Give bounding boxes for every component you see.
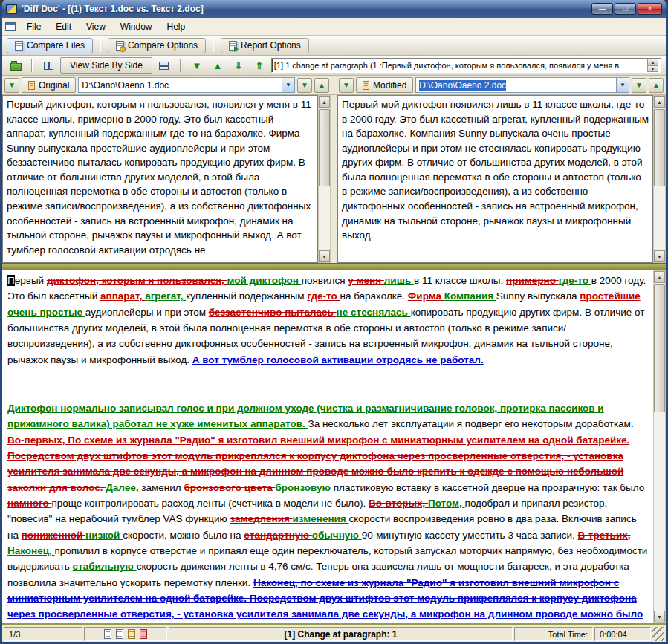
horizontal-splitter[interactable] xyxy=(2,263,666,270)
page-indicator: 1/3 xyxy=(4,627,82,641)
document-panes: Первый диктофон, которым я пользовался, … xyxy=(2,95,666,263)
modified-text: Первый мой диктофон появился лишь в 11 к… xyxy=(338,96,652,244)
diff-scrollbar[interactable]: ▲ ▼ xyxy=(653,270,666,623)
total-time-label: Total Time: xyxy=(514,627,593,641)
previous-change-button[interactable]: ▲ xyxy=(209,57,227,74)
tab-compare-options[interactable]: Compare Options xyxy=(108,38,206,53)
open-folder-icon xyxy=(10,63,22,71)
pane-headers: ▼ Original D:\Oaño\Oaeño 1.doc ▼ ▼ ▲ ▼ M… xyxy=(2,76,666,95)
maximize-button[interactable]: □ xyxy=(615,3,636,15)
combo-dropdown-icon[interactable]: ▼ xyxy=(282,78,294,92)
view-side-by-side-button[interactable]: View Side By Side xyxy=(60,57,152,74)
scrollbar-thumb[interactable] xyxy=(654,284,665,412)
diff-text: Первый диктофон, которым я пользовался, … xyxy=(2,270,653,623)
scrollbar-track[interactable] xyxy=(654,283,665,611)
close-button[interactable]: × xyxy=(638,3,662,15)
tab-compare-options-label: Compare Options xyxy=(128,40,198,51)
modified-doc-icon xyxy=(363,81,369,90)
toolbar-separator xyxy=(100,39,101,52)
scrollbar-thumb[interactable] xyxy=(654,109,665,186)
document-icon xyxy=(5,22,16,31)
menu-help[interactable]: Help xyxy=(160,19,192,34)
toolbar-separator xyxy=(31,59,33,72)
menu-bar: File Edit View Window Help xyxy=(2,18,666,36)
modified-scrollbar[interactable]: ▲ ▼ xyxy=(653,95,666,263)
scroll-down-button[interactable]: ▼ xyxy=(319,250,330,262)
report-options-icon xyxy=(229,41,237,51)
navigation-toolbar: View Side By Side ▼ ▲ ⇓ ⇑ [1] 1 change a… xyxy=(2,56,666,76)
scroll-up-button[interactable]: ▲ xyxy=(654,271,665,283)
original-path: D:\Oaño\Oaeño 1.doc xyxy=(79,80,282,91)
modified-prev-button[interactable]: ▼ xyxy=(632,78,646,93)
original-options-button[interactable]: ▼ xyxy=(4,78,19,93)
original-path-combo[interactable]: D:\Oaño\Oaeño 1.doc ▼ xyxy=(78,77,295,93)
original-button[interactable]: Original xyxy=(22,77,76,93)
scrollbar-track[interactable] xyxy=(319,108,330,250)
tab-compare-files[interactable]: Compare Files xyxy=(7,38,93,53)
change-readout-text: [1] 1 change at paragraph (1 :Первый дик… xyxy=(274,61,647,70)
first-change-button[interactable]: ⇑ xyxy=(250,57,268,74)
original-scrollbar[interactable]: ▲ ▼ xyxy=(318,95,331,263)
original-pane[interactable]: Первый диктофон, которым я пользовался, … xyxy=(2,95,318,263)
compare-options-icon xyxy=(116,41,124,51)
original-label: Original xyxy=(39,80,69,91)
last-change-button[interactable]: ⇓ xyxy=(230,57,247,74)
modified-pane[interactable]: Первый мой диктофон появился лишь в 11 к… xyxy=(337,95,653,263)
scrollbar-thumb[interactable] xyxy=(319,109,330,186)
modified-path-combo[interactable]: D:\Oaño\Oaeño 2.doc ▼ xyxy=(415,77,629,93)
original-doc-icon xyxy=(28,81,35,90)
toolbar-separator xyxy=(213,39,214,52)
toolbar-separator xyxy=(180,59,181,72)
total-time-value: 0:00:04 xyxy=(594,627,651,641)
tab-report-options[interactable]: Report Options xyxy=(221,38,309,53)
open-file-button[interactable] xyxy=(7,57,25,74)
menu-edit[interactable]: Edit xyxy=(49,19,78,34)
menu-file[interactable]: File xyxy=(20,19,48,34)
modified-button[interactable]: Modified xyxy=(356,77,413,93)
side-by-side-icon xyxy=(44,62,53,70)
original-text: Первый диктофон, которым я пользовался, … xyxy=(3,96,317,258)
scrollbar-track[interactable] xyxy=(654,108,665,250)
layout-horizontal-button[interactable] xyxy=(155,57,173,74)
menu-window[interactable]: Window xyxy=(114,19,159,34)
status-icons xyxy=(84,627,167,641)
spin-down-button[interactable]: ▼ xyxy=(647,65,658,72)
layout-vertical-button[interactable] xyxy=(39,57,57,74)
original-next-button[interactable]: ▲ xyxy=(314,78,329,93)
modified-label: Modified xyxy=(373,80,406,91)
modified-path: D:\Oaño\Oaeño 2.doc xyxy=(416,80,616,91)
combo-dropdown-icon[interactable]: ▼ xyxy=(616,78,629,92)
tabs-toolbar: Compare Files Compare Options Report Opt… xyxy=(2,36,666,56)
modified-options-button[interactable]: ▼ xyxy=(339,78,354,93)
stacked-view-icon xyxy=(159,62,169,70)
modified-header: ▼ Modified D:\Oaño\Oaeño 2.doc ▼ ▼ ▲ xyxy=(339,77,664,93)
minimize-button[interactable]: — xyxy=(591,3,613,15)
app-window: 'Diff Doc' - [(1) Текст 1.doc vs. Текст … xyxy=(0,0,668,644)
diff-pane[interactable]: Первый диктофон, которым я пользовался, … xyxy=(2,270,666,625)
alert-doc-icon[interactable] xyxy=(140,629,147,639)
report-icon[interactable] xyxy=(104,629,111,639)
pane-splitter[interactable] xyxy=(331,95,337,263)
diff-paragraph: Первый диктофон, которым я пользовался, … xyxy=(7,273,648,368)
scroll-down-button[interactable]: ▼ xyxy=(654,250,665,262)
change-readout[interactable]: [1] 1 change at paragraph (1 :Первый дик… xyxy=(271,58,661,73)
change-spinner: ▲ ▼ xyxy=(647,59,658,72)
original-prev-button[interactable]: ▼ xyxy=(297,78,312,93)
title-bar[interactable]: 'Diff Doc' - [(1) Текст 1.doc vs. Текст … xyxy=(2,0,666,18)
status-bar: 1/3 [1] Change at paragraph: 1 Total Tim… xyxy=(2,625,666,642)
next-change-button[interactable]: ▼ xyxy=(188,57,206,74)
modified-next-button[interactable]: ▲ xyxy=(649,78,664,93)
change-status: [1] Change at paragraph: 1 xyxy=(169,627,513,641)
resize-grip[interactable] xyxy=(652,627,664,641)
scroll-up-button[interactable]: ▲ xyxy=(654,96,665,108)
document-icon[interactable] xyxy=(116,629,123,639)
folder-doc-icon[interactable] xyxy=(128,629,135,639)
scroll-down-button[interactable]: ▼ xyxy=(654,611,665,622)
menu-view[interactable]: View xyxy=(80,19,112,34)
scroll-up-button[interactable]: ▲ xyxy=(319,96,330,108)
original-header: ▼ Original D:\Oaño\Oaeño 1.doc ▼ ▼ ▲ xyxy=(4,77,329,93)
compare-files-icon xyxy=(15,41,23,51)
spin-up-button[interactable]: ▲ xyxy=(647,59,658,65)
tab-report-options-label: Report Options xyxy=(241,40,301,51)
window-title: 'Diff Doc' - [(1) Текст 1.doc vs. Текст … xyxy=(22,4,587,14)
